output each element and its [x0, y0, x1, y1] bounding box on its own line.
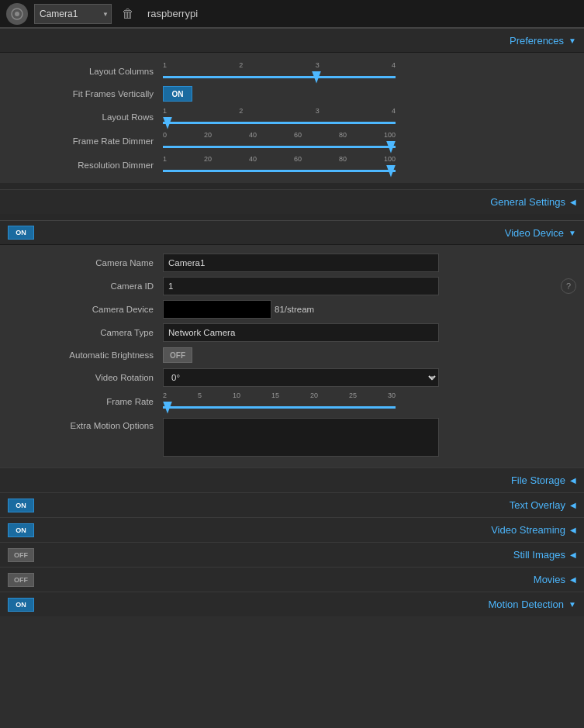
resolution-dimmer-ticks: 1 20 40 60 80 100: [163, 155, 396, 163]
video-device-header[interactable]: ON Video Device ▼: [0, 220, 584, 245]
video-streaming-header[interactable]: ON Video Streaming ◀: [0, 517, 584, 542]
general-settings-label: General Settings: [490, 196, 565, 208]
frame-rate-label: Frame Rate: [8, 397, 163, 406]
frame-rate-slider[interactable]: [163, 406, 396, 409]
motion-detection-left: ON: [8, 598, 34, 612]
fit-frames-row: Fit Frames Vertically ON: [0, 83, 584, 105]
auto-brightness-label: Automatic Brightness: [8, 350, 163, 360]
svg-point-1: [15, 12, 19, 16]
fit-frames-toggle[interactable]: ON: [163, 86, 192, 102]
video-streaming-label: Video Streaming: [491, 524, 565, 536]
file-storage-header[interactable]: File Storage ◀: [0, 468, 584, 492]
general-settings-right: General Settings ◀: [490, 196, 576, 208]
extra-motion-row: Extra Motion Options: [0, 413, 584, 461]
motion-detection-header[interactable]: ON Motion Detection ▼: [0, 592, 584, 616]
frame-rate-dimmer-label: Frame Rate Dimmer: [8, 136, 163, 146]
camera-name-control: [163, 254, 576, 272]
motion-detection-label: Motion Detection: [489, 599, 565, 610]
camera-id-help[interactable]: ?: [561, 278, 576, 294]
camera-name-label: Camera Name: [8, 258, 163, 267]
divider-1: [0, 183, 584, 189]
text-overlay-left: ON: [8, 499, 34, 512]
camera-type-input[interactable]: [163, 323, 439, 342]
movies-toggle[interactable]: OFF: [8, 573, 34, 587]
extra-motion-input[interactable]: [163, 418, 439, 457]
movies-arrow: ◀: [570, 575, 576, 584]
top-bar: Camera1 🗑 raspberrypi: [0, 0, 584, 28]
video-rotation-select[interactable]: 0° 90° 180° 270°: [163, 368, 439, 387]
auto-brightness-row: Automatic Brightness OFF: [0, 344, 584, 366]
camera-name-row: Camera Name: [0, 251, 584, 274]
layout-rows-control: 1 2 3 4: [163, 107, 576, 126]
still-images-arrow: ◀: [570, 550, 576, 559]
layout-columns-slider[interactable]: [163, 76, 396, 78]
auto-brightness-toggle[interactable]: OFF: [163, 347, 192, 363]
frame-rate-dimmer-slider[interactable]: [163, 146, 396, 148]
file-storage-arrow: ◀: [570, 476, 576, 485]
motion-detection-arrow: ▼: [568, 600, 576, 609]
video-device-header-right: Video Device ▼: [505, 227, 576, 239]
extra-motion-label: Extra Motion Options: [8, 418, 163, 430]
camera-type-row: Camera Type: [0, 321, 584, 344]
extra-motion-control: [163, 418, 576, 459]
fit-frames-label: Fit Frames Vertically: [8, 89, 163, 98]
camera-type-control: [163, 323, 576, 342]
still-images-header[interactable]: OFF Still Images ◀: [0, 542, 584, 567]
video-device-content: Camera Name Camera ID ? Camera Device 81…: [0, 245, 584, 468]
preferences-content: Layout Columns 1 2 3 4 Fit Frames Vertic…: [0, 53, 584, 183]
video-rotation-label: Video Rotation: [8, 373, 163, 382]
resolution-dimmer-row: Resolution Dimmer 1 20 40 60 80 100: [0, 153, 584, 177]
camera-name-input[interactable]: [163, 254, 439, 272]
text-overlay-header[interactable]: ON Text Overlay ◀: [0, 492, 584, 517]
video-rotation-row: Video Rotation 0° 90° 180° 270°: [0, 366, 584, 389]
movies-label: Movies: [534, 574, 565, 585]
layout-columns-control: 1 2 3 4: [163, 61, 576, 81]
video-device-toggle[interactable]: ON: [8, 226, 34, 240]
layout-columns-row: Layout Columns 1 2 3 4: [0, 59, 584, 83]
camera-device-label: Camera Device: [8, 305, 163, 314]
file-storage-label: File Storage: [511, 474, 565, 486]
layout-columns-label: Layout Columns: [8, 67, 163, 76]
movies-right: Movies ◀: [534, 574, 576, 585]
text-overlay-toggle[interactable]: ON: [8, 499, 34, 512]
resolution-dimmer-label: Resolution Dimmer: [8, 160, 163, 170]
camera-icon: [6, 3, 28, 25]
camera-id-row: Camera ID ?: [0, 274, 584, 298]
video-streaming-left: ON: [8, 523, 34, 537]
layout-rows-row: Layout Rows 1 2 3 4: [0, 105, 584, 129]
layout-rows-label: Layout Rows: [8, 112, 163, 122]
camera-select[interactable]: Camera1: [34, 4, 112, 24]
preferences-label: Preferences: [510, 35, 564, 47]
frame-rate-dimmer-ticks: 0 20 40 60 80 100: [163, 131, 396, 139]
resolution-dimmer-slider[interactable]: [163, 170, 396, 172]
text-overlay-right: Text Overlay ◀: [510, 499, 576, 511]
frame-rate-ticks: 2 5 10 15 20 25 30: [163, 392, 396, 399]
motion-detection-right: Motion Detection ▼: [489, 599, 576, 610]
movies-header[interactable]: OFF Movies ◀: [0, 567, 584, 592]
camera-type-label: Camera Type: [8, 328, 163, 337]
still-images-toggle[interactable]: OFF: [8, 548, 34, 562]
frame-rate-row: Frame Rate 2 5 10 15 20 25 30: [0, 389, 584, 413]
camera-device-input[interactable]: [163, 300, 271, 319]
trash-icon[interactable]: 🗑: [118, 4, 138, 24]
layout-columns-ticks: 1 2 3 4: [163, 61, 396, 69]
camera-id-input[interactable]: [163, 277, 439, 295]
auto-brightness-control: OFF: [163, 347, 576, 363]
camera-select-wrapper[interactable]: Camera1: [34, 4, 112, 24]
still-images-label: Still Images: [513, 549, 565, 561]
video-rotation-wrapper[interactable]: 0° 90° 180° 270°: [163, 368, 439, 387]
general-settings-header[interactable]: General Settings ◀: [0, 189, 584, 214]
preferences-header[interactable]: Preferences ▼: [0, 28, 584, 53]
video-streaming-toggle[interactable]: ON: [8, 523, 34, 537]
video-streaming-right: Video Streaming ◀: [491, 524, 576, 536]
video-streaming-arrow: ◀: [570, 526, 576, 534]
layout-rows-slider[interactable]: [163, 122, 396, 124]
frame-rate-dimmer-row: Frame Rate Dimmer 0 20 40 60 80 100: [0, 129, 584, 153]
text-overlay-arrow: ◀: [570, 501, 576, 509]
video-rotation-control: 0° 90° 180° 270°: [163, 368, 576, 387]
resolution-dimmer-control: 1 20 40 60 80 100: [163, 155, 576, 174]
motion-detection-toggle[interactable]: ON: [8, 598, 34, 612]
layout-rows-ticks: 1 2 3 4: [163, 107, 396, 115]
preferences-arrow: ▼: [568, 36, 576, 45]
still-images-left: OFF: [8, 548, 34, 562]
